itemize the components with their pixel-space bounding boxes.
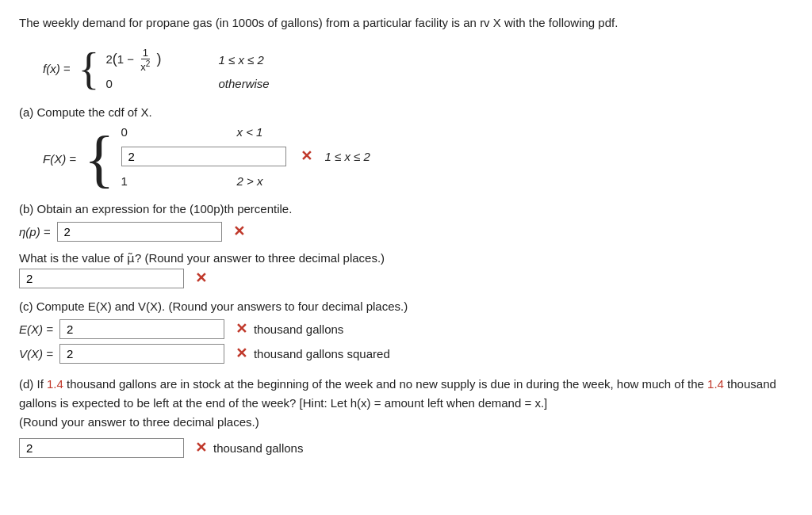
part-d-highlight1: 1.4 bbox=[47, 377, 63, 391]
part-b-label: (b) Obtain an expression for the (100p)t… bbox=[19, 202, 793, 216]
cdf-case1-val: 0 bbox=[121, 125, 224, 139]
vx-input[interactable] bbox=[59, 344, 224, 364]
cdf-section: F(X) = { 0 x < 1 ✕ 1 ≤ x ≤ 2 bbox=[43, 125, 793, 193]
pdf-case-2: 0 otherwise bbox=[105, 77, 269, 90]
vx-row: V(X) = ✕ thousand gallons squared bbox=[19, 344, 793, 364]
fx-label: f(x) = bbox=[43, 62, 71, 75]
mu-tilde-row: ✕ bbox=[19, 269, 793, 288]
part-d-unit: thousand gallons bbox=[213, 441, 303, 455]
part-d-highlight2: 1.4 bbox=[707, 377, 724, 391]
part-d-block: (d) If 1.4 thousand gallons are in stock… bbox=[19, 375, 793, 458]
fraction-1-x2: 1 x2 bbox=[139, 47, 151, 74]
cdf-case-3: 1 2 > x bbox=[121, 174, 370, 188]
mu-tilde-block: What is the value of μ̃? (Round your ans… bbox=[19, 251, 793, 288]
pdf-case1-condition: 1 ≤ x ≤ 2 bbox=[218, 53, 263, 67]
vx-label: V(X) = bbox=[19, 347, 53, 360]
part-b-block: (b) Obtain an expression for the (100p)t… bbox=[19, 202, 793, 242]
mu-tilde-question: What is the value of μ̃? (Round your ans… bbox=[19, 251, 793, 265]
ex-input[interactable] bbox=[59, 319, 224, 339]
part-d-xmark: ✕ bbox=[195, 439, 207, 456]
vx-xmark: ✕ bbox=[236, 345, 247, 362]
part-d-answer-row: ✕ thousand gallons bbox=[19, 438, 793, 458]
cdf-case3-val: 1 bbox=[121, 174, 224, 188]
part-c-label: (c) Compute E(X) and V(X). (Round your a… bbox=[19, 299, 793, 313]
part-a-label: (a) Compute the cdf of X. bbox=[19, 105, 793, 119]
pdf-cases: 2(1 − 1 x2 ) 1 ≤ x ≤ 2 0 otherwise bbox=[105, 47, 269, 91]
cdf-case1-cond: x < 1 bbox=[237, 125, 263, 139]
mu-tilde-xmark: ✕ bbox=[195, 269, 207, 287]
part-b-row: η(p) = ✕ bbox=[19, 222, 793, 242]
pdf-case-1: 2(1 − 1 x2 ) 1 ≤ x ≤ 2 bbox=[105, 47, 269, 74]
cdf-case-2: ✕ 1 ≤ x ≤ 2 bbox=[121, 147, 370, 166]
pdf-brace: { 2(1 − 1 x2 ) 1 ≤ x ≤ 2 0 otherwise bbox=[79, 47, 270, 91]
part-d-text: (d) If 1.4 thousand gallons are in stock… bbox=[19, 375, 793, 432]
Fx-label: F(X) = bbox=[43, 152, 76, 166]
ex-unit: thousand gallons bbox=[254, 322, 343, 336]
ex-row: E(X) = ✕ thousand gallons bbox=[19, 319, 793, 339]
cdf-case2-input[interactable] bbox=[121, 147, 286, 166]
eta-xmark: ✕ bbox=[233, 223, 245, 240]
cdf-cases: 0 x < 1 ✕ 1 ≤ x ≤ 2 1 2 > x bbox=[121, 125, 370, 193]
cdf-case-1: 0 x < 1 bbox=[121, 125, 370, 139]
part-a-block: (a) Compute the cdf of X. F(X) = { 0 x <… bbox=[19, 105, 793, 193]
cdf-case2-xmark: ✕ bbox=[301, 147, 312, 165]
part-c-block: (c) Compute E(X) and V(X). (Round your a… bbox=[19, 299, 793, 364]
pdf-case1-expr: 2(1 − 1 x2 ) bbox=[105, 47, 201, 74]
eta-label: η(p) = bbox=[19, 225, 51, 238]
mu-tilde-input[interactable] bbox=[19, 269, 184, 288]
part-d-input[interactable] bbox=[19, 438, 184, 458]
pdf-case2-expr: 0 bbox=[105, 77, 201, 90]
ex-xmark: ✕ bbox=[236, 320, 247, 338]
pdf-case2-condition: otherwise bbox=[218, 77, 269, 90]
pdf-section: f(x) = { 2(1 − 1 x2 ) 1 ≤ x ≤ 2 0 otherw… bbox=[43, 47, 793, 91]
cdf-brace-symbol: { bbox=[84, 132, 114, 185]
cdf-brace: { 0 x < 1 ✕ 1 ≤ x ≤ 2 1 bbox=[84, 125, 370, 193]
ex-label: E(X) = bbox=[19, 322, 53, 336]
intro-text: The weekly demand for propane gas (in 10… bbox=[19, 14, 793, 32]
cdf-case3-cond: 2 > x bbox=[237, 174, 263, 188]
cdf-case2-answer-wrap bbox=[121, 147, 286, 166]
cdf-case2-cond: 1 ≤ x ≤ 2 bbox=[325, 150, 370, 163]
pdf-brace-symbol: { bbox=[79, 47, 100, 91]
eta-input[interactable] bbox=[57, 222, 222, 242]
vx-unit: thousand gallons squared bbox=[254, 347, 390, 360]
